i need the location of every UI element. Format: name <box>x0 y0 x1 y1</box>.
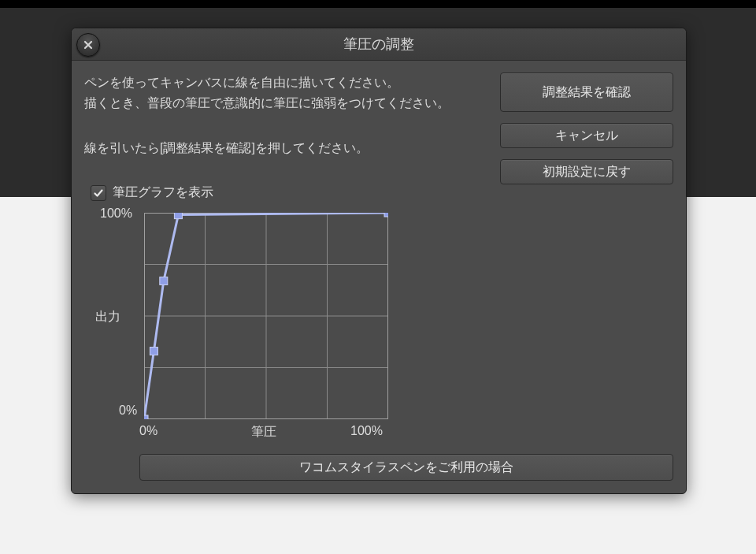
instruction-line-1a: ペンを使ってキャンバスに線を自由に描いてください。 <box>84 73 478 93</box>
show-graph-checkbox-row[interactable]: 筆圧グラフを表示 <box>91 184 213 201</box>
curve-handle[interactable] <box>174 213 182 219</box>
pressure-graph-canvas[interactable] <box>144 213 388 419</box>
x-axis-label: 筆圧 <box>251 424 276 441</box>
reset-button[interactable]: 初期設定に戻す <box>500 159 673 184</box>
show-graph-label: 筆圧グラフを表示 <box>113 184 213 201</box>
dialog-titlebar: 筆圧の調整 <box>72 28 686 61</box>
confirm-button[interactable]: 調整結果を確認 <box>500 73 673 112</box>
instructions: ペンを使ってキャンバスに線を自由に描いてください。 描くとき、普段の筆圧で意識的… <box>84 73 478 158</box>
pressure-graph: 100% 出力 0% 0% 筆圧 100% <box>84 206 399 454</box>
dialog-content: ペンを使ってキャンバスに線を自由に描いてください。 描くとき、普段の筆圧で意識的… <box>84 68 673 481</box>
app-dark-band-top <box>0 0 756 8</box>
curve-handle[interactable] <box>150 348 158 355</box>
curve-handle[interactable] <box>144 415 148 419</box>
pen-pressure-dialog: 筆圧の調整 ペンを使ってキャンバスに線を自由に描いてください。 描くとき、普段の… <box>71 28 687 494</box>
y-axis-label: 出力 <box>95 309 120 325</box>
side-buttons: 調整結果を確認 キャンセル 初期設定に戻す <box>500 73 673 195</box>
y-axis-min-label: 0% <box>119 403 137 418</box>
instruction-line-2: 線を引いたら[調整結果を確認]を押してください。 <box>84 138 478 158</box>
instruction-line-1b: 描くとき、普段の筆圧で意識的に筆圧に強弱をつけてください。 <box>84 93 478 113</box>
curve-handle[interactable] <box>384 213 388 217</box>
x-axis-min-label: 0% <box>139 424 158 438</box>
show-graph-checkbox[interactable] <box>91 185 106 201</box>
checkmark-icon <box>93 188 104 199</box>
cancel-button[interactable]: キャンセル <box>500 123 673 148</box>
y-axis-max-label: 100% <box>100 206 132 221</box>
wacom-pen-button[interactable]: ワコムスタイラスペンをご利用の場合 <box>139 454 673 481</box>
app-background: 筆圧の調整 ペンを使ってキャンバスに線を自由に描いてください。 描くとき、普段の… <box>0 0 756 554</box>
dialog-title: 筆圧の調整 <box>72 28 686 60</box>
x-axis-max-label: 100% <box>350 424 383 438</box>
curve-handle[interactable] <box>160 277 168 284</box>
